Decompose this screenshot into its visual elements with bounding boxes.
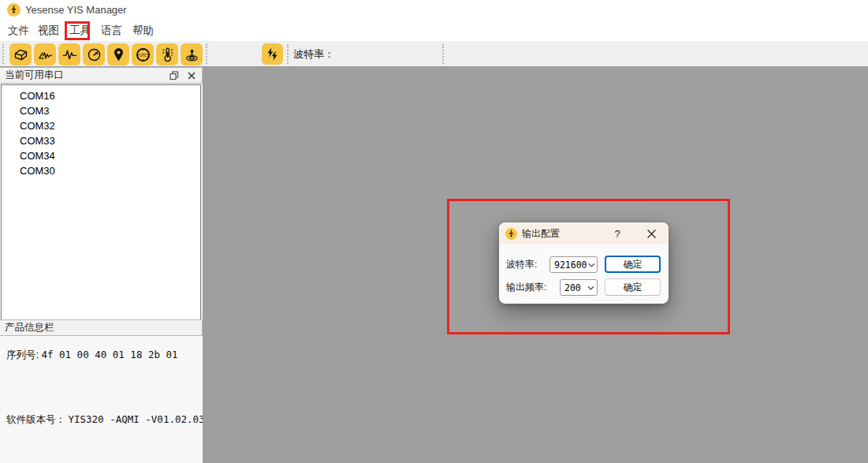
close-panel-button[interactable] — [184, 69, 199, 82]
info-panel-title: 产品信息栏 — [5, 320, 54, 335]
toolbar-drag-handle[interactable] — [206, 44, 207, 64]
toolbar-drag-handle[interactable] — [287, 44, 289, 64]
toolbar-button-temperature[interactable] — [156, 43, 178, 65]
dialog-baud-ok-button[interactable]: 确定 — [605, 256, 661, 273]
menu-language[interactable]: 语言 — [101, 21, 122, 41]
port-list-item[interactable]: COM34 — [2, 148, 200, 163]
menu-bar: 文件 视图 工具 语言 帮助 — [0, 21, 868, 41]
float-panel-icon — [170, 71, 179, 80]
port-list-item[interactable]: COM32 — [2, 118, 200, 133]
serial-number-line: 序列号: 4f 01 00 40 01 18 2b 01 — [6, 349, 178, 362]
title-bar: Yesense YIS Manager — [0, 0, 868, 21]
dialog-close-button[interactable] — [642, 225, 661, 242]
toolbar-button-gauge[interactable] — [83, 43, 105, 65]
refresh-ports-button[interactable] — [262, 43, 283, 65]
menu-view[interactable]: 视图 — [38, 21, 59, 41]
svg-text:UTC: UTC — [139, 52, 147, 57]
serial-number-label: 序列号: — [6, 349, 39, 360]
port-list-item[interactable]: COM16 — [2, 88, 200, 103]
dialog-baud-select[interactable]: 921600 — [549, 256, 598, 273]
thermometer-icon — [159, 47, 176, 63]
menu-tools[interactable]: 工具 — [69, 21, 91, 41]
float-panel-button[interactable] — [167, 69, 181, 82]
port-list-item[interactable]: COM3 — [2, 103, 200, 118]
left-dock-panel: 当前可用串口 COM16 COM3 COM32 COM33 COM34 COM3… — [0, 67, 203, 463]
dialog-help-button[interactable]: ? — [608, 225, 627, 242]
baud-rate-label: 波特率： — [293, 41, 334, 67]
app-window: Yesense YIS Manager 文件 视图 工具 语言 帮助 — [0, 0, 868, 463]
software-version-line: 软件版本号： YIS320 -AQMI -V01.02.03; — [6, 413, 210, 427]
dialog-logo-icon — [505, 228, 517, 240]
toolbar-button-3d-view[interactable] — [9, 43, 32, 65]
toolbar-drag-handle[interactable] — [2, 44, 4, 64]
menu-file[interactable]: 文件 — [8, 21, 29, 41]
dialog-rate-ok-button[interactable]: 确定 — [605, 278, 661, 296]
refresh-bolt-icon — [265, 47, 280, 62]
toolbar-drag-handle[interactable] — [442, 44, 444, 64]
attitude-waveform-icon — [37, 47, 54, 63]
ports-panel-title: 当前可用串口 — [5, 68, 64, 83]
dialog-rate-label: 输出频率: — [506, 279, 546, 296]
signal-pulse-icon — [61, 47, 78, 63]
dialog-title: 输出配置 — [522, 222, 560, 245]
output-config-dialog: 输出配置 ? 波特率: 921600 确定 输出频率: 200 确定 — [499, 222, 669, 304]
utc-clock-icon: UTC — [135, 47, 151, 63]
toolbar-button-joystick[interactable] — [181, 43, 203, 65]
menu-help[interactable]: 帮助 — [132, 21, 154, 41]
chevron-down-icon — [587, 263, 597, 267]
serial-number-value: 4f 01 00 40 01 18 2b 01 — [41, 349, 177, 360]
dialog-baud-value: 921600 — [550, 260, 587, 271]
toolbar-button-utc-time[interactable]: UTC — [132, 43, 154, 65]
location-pin-icon — [110, 47, 127, 63]
toolbar-button-signal-pulse[interactable] — [58, 43, 80, 65]
chevron-down-icon — [585, 286, 597, 290]
ports-panel-header: 当前可用串口 — [0, 67, 203, 84]
toolbar: UTC COM16 — [0, 41, 868, 67]
window-title: Yesense YIS Manager — [25, 0, 127, 21]
toolbar-button-attitude-wave[interactable] — [34, 43, 56, 65]
app-logo-icon — [7, 3, 20, 17]
dialog-baud-label: 波特率: — [506, 256, 537, 273]
joystick-icon — [184, 47, 200, 63]
product-info-body: 序列号: 4f 01 00 40 01 18 2b 01 软件版本号： YIS3… — [0, 336, 203, 463]
software-version-value: YIS320 -AQMI -V01.02.03; — [68, 413, 210, 425]
dialog-title-bar: 输出配置 ? — [499, 222, 669, 245]
software-version-label: 软件版本号： — [6, 414, 65, 425]
dialog-rate-value: 200 — [561, 282, 585, 293]
toolbar-button-location[interactable] — [107, 43, 129, 65]
gauge-icon — [86, 47, 102, 63]
dialog-rate-select[interactable]: 200 — [560, 279, 598, 296]
info-panel-header: 产品信息栏 — [0, 319, 203, 336]
port-list-item[interactable]: COM30 — [2, 163, 200, 178]
close-icon — [188, 72, 196, 80]
close-icon — [647, 230, 656, 238]
port-list-item[interactable]: COM33 — [2, 133, 200, 148]
box-3d-icon — [13, 47, 29, 63]
